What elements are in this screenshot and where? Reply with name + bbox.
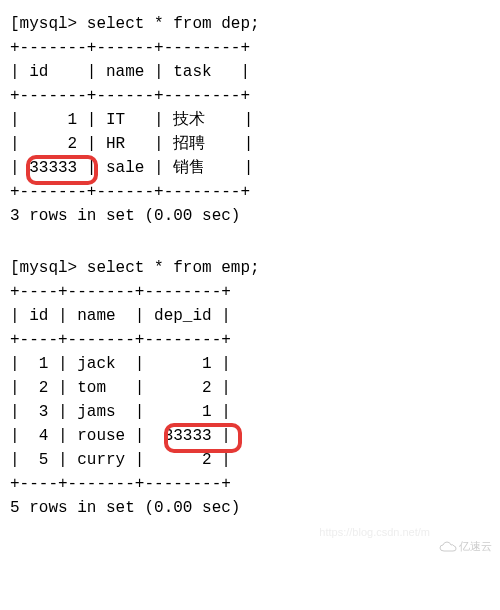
table-row: | 3 | jams | 1 |: [10, 400, 490, 424]
table-border: +-------+------+--------+: [10, 84, 490, 108]
table-border: +----+-------+--------+: [10, 280, 490, 304]
result-footer-dep: 3 rows in set (0.00 sec): [10, 204, 490, 228]
mysql-output-dep: [mysql> select * from dep; +-------+----…: [10, 12, 490, 228]
table-row: | 4 | rouse | 33333 |: [10, 424, 490, 448]
table-row: | 2 | tom | 2 |: [10, 376, 490, 400]
table-row: | 1 | jack | 1 |: [10, 352, 490, 376]
watermark-brand: 亿速云: [439, 539, 492, 554]
table-row: | 1 | IT | 技术 |: [10, 108, 490, 132]
watermark-text: 亿速云: [459, 540, 492, 552]
result-footer-emp: 5 rows in set (0.00 sec): [10, 496, 490, 520]
sql-prompt-emp: [mysql> select * from emp;: [10, 256, 490, 280]
cloud-icon: [439, 541, 457, 553]
table-row: | 2 | HR | 招聘 |: [10, 132, 490, 156]
table-row: | 33333 | sale | 销售 |: [10, 156, 490, 180]
table-row: | 5 | curry | 2 |: [10, 448, 490, 472]
table-border: +----+-------+--------+: [10, 328, 490, 352]
table-header-dep: | id | name | task |: [10, 60, 490, 84]
table-border: +-------+------+--------+: [10, 180, 490, 204]
watermark-url: https://blog.csdn.net/m: [319, 526, 430, 538]
mysql-output-emp: [mysql> select * from emp; +----+-------…: [10, 256, 490, 520]
table-border: +----+-------+--------+: [10, 472, 490, 496]
table-border: +-------+------+--------+: [10, 36, 490, 60]
table-header-emp: | id | name | dep_id |: [10, 304, 490, 328]
sql-prompt-dep: [mysql> select * from dep;: [10, 12, 490, 36]
